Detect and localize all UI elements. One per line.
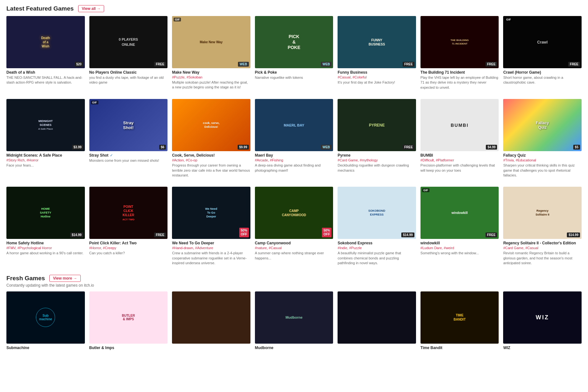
- game-card[interactable]: Mudborne Mudborne: [255, 291, 333, 351]
- game-card[interactable]: [338, 291, 416, 351]
- game-card[interactable]: BUMBI $4.99 BUMBI #Difficult, #Platforme…: [421, 99, 499, 178]
- game-thumbnail[interactable]: PYRENE FREE: [338, 99, 416, 151]
- game-card[interactable]: PYRENE FREE Pyrene #Card Game, #mytholog…: [338, 99, 416, 178]
- game-thumbnail[interactable]: CAMPCANYONWOOD 50%OFF: [255, 187, 333, 239]
- game-card[interactable]: 0 PLAYERSONLINE FREE No Players Online C…: [89, 16, 168, 90]
- game-card[interactable]: MAERL BAY WEB Maerl Bay #Arcade, #Fishin…: [255, 99, 333, 178]
- game-thumbnail[interactable]: FallacyQuiz $5: [503, 99, 582, 151]
- game-thumbnail[interactable]: Mudborne: [255, 291, 333, 344]
- game-thumbnail[interactable]: PICK&POKE WEB: [255, 16, 333, 68]
- game-desc: Precision-platformer with challenging le…: [421, 163, 499, 173]
- game-desc: Narrative roguelike with tokens: [255, 75, 333, 80]
- game-thumbnail[interactable]: HOMESAFETYHotline $14.99: [6, 187, 85, 239]
- game-card[interactable]: [172, 291, 250, 351]
- game-card[interactable]: Submachine Submachine: [6, 291, 85, 351]
- game-card[interactable]: WIZ WIZ: [503, 291, 582, 351]
- game-desc: THE NEO-SANCTUM SHALL FALL. A hack-and-s…: [6, 75, 85, 85]
- game-card[interactable]: windowkill GIF FREE windowkill #Ludum Da…: [421, 187, 499, 265]
- fresh-header: Fresh Games View more →: [6, 275, 582, 282]
- price-badge: $14.99: [567, 233, 580, 237]
- price-badge: $20: [75, 62, 83, 67]
- game-thumbnail[interactable]: BUTLER& IMPS: [89, 291, 168, 344]
- game-desc: Something's wrong with the window...: [421, 251, 499, 256]
- game-card[interactable]: We NeedTo GoDeeper 50%OFF We Need To Go …: [172, 187, 250, 265]
- game-name: Maerl Bay: [255, 153, 333, 158]
- game-card[interactable]: HOMESAFETYHotline $14.99 Home Safety Hot…: [6, 187, 85, 265]
- game-thumbnail[interactable]: [172, 291, 250, 344]
- game-tags: #Trivia, #Educational: [503, 158, 582, 162]
- game-thumbnail[interactable]: windowkill GIF FREE: [421, 187, 499, 239]
- game-card[interactable]: Make New Way GIF WEB Make New Way #Puzzl…: [172, 16, 250, 90]
- game-tags: #FMV, #Psychological Horror: [6, 246, 85, 250]
- game-card[interactable]: CAMPCANYONWOOD 50%OFF Camp Canyonwood #n…: [255, 187, 333, 265]
- game-tags: #nature, #Casual: [255, 246, 333, 250]
- game-thumbnail[interactable]: [338, 291, 416, 344]
- game-thumbnail[interactable]: Submachine: [6, 291, 85, 344]
- game-desc: Progress through your career from owning…: [172, 163, 250, 178]
- game-thumbnail[interactable]: TIMEBANDIT: [421, 291, 499, 344]
- game-tags: #Horror, #Creepy: [89, 246, 168, 250]
- gif-badge: GIF: [422, 188, 429, 192]
- game-tags: #Card Game, #mythology: [338, 158, 416, 162]
- game-tags: #Card Game, #Casual: [503, 246, 582, 250]
- game-desc: you find a dusty vhs tape, with footage …: [89, 75, 168, 85]
- game-thumbnail[interactable]: WIZ: [503, 291, 582, 344]
- featured-row-3: HOMESAFETYHotline $14.99 Home Safety Hot…: [6, 187, 582, 265]
- game-thumbnail[interactable]: MIDNIGHTSCENESA Safe Place $3.99: [6, 99, 85, 151]
- game-name: Fallacy Quiz: [503, 153, 582, 158]
- game-thumbnail[interactable]: BUMBI $4.99: [421, 99, 499, 151]
- price-badge: WEB: [321, 145, 331, 150]
- game-tags: #Hand-drawn, #Adventure: [172, 246, 250, 250]
- game-card[interactable]: SOKOBONDEXPRESS $14.99 Sokobond Express …: [338, 187, 416, 265]
- game-thumbnail[interactable]: SOKOBONDEXPRESS $14.99: [338, 187, 416, 239]
- game-thumbnail[interactable]: Crawl GIF FREE: [503, 16, 582, 68]
- game-tags: #Action, #Co-op: [172, 158, 250, 162]
- view-more-button[interactable]: View more →: [49, 275, 80, 282]
- game-thumbnail[interactable]: Deathof aWish $20: [6, 16, 85, 68]
- game-card[interactable]: cook, serve,Delicious! $9.99 Cook, Serve…: [172, 99, 250, 178]
- game-card[interactable]: StrayShot! GIF $6 Stray Shot✓ Monsters c…: [89, 99, 168, 178]
- fresh-title: Fresh Games: [6, 275, 45, 282]
- game-name: Submachine: [6, 346, 85, 350]
- game-name: Crawl (Horror Game): [503, 70, 582, 75]
- game-tags: #Ludum Dare, #weird: [421, 246, 499, 250]
- game-card[interactable]: BUTLER& IMPS Butler & Imps: [89, 291, 168, 351]
- game-tags: #Indie, #Puzzle: [338, 246, 416, 250]
- game-thumbnail[interactable]: FUNNYBUSINESS FREE: [338, 16, 416, 68]
- game-thumbnail[interactable]: POINTCLICKKILLERACT TWO FREE: [89, 187, 168, 239]
- sale-badge: 50%OFF: [239, 228, 249, 237]
- featured-header: Latest Featured Games View all →: [6, 5, 582, 12]
- game-thumbnail[interactable]: StrayShot! GIF $6: [89, 99, 168, 151]
- game-card[interactable]: MIDNIGHTSCENESA Safe Place $3.99 Midnigh…: [6, 99, 85, 178]
- game-thumbnail[interactable]: RegencySolitaire II $14.99: [503, 187, 582, 239]
- game-thumbnail[interactable]: THE BUILDING71 INCIDENT FREE: [421, 16, 499, 68]
- game-card[interactable]: POINTCLICKKILLERACT TWO FREE Point Click…: [89, 187, 168, 265]
- game-thumbnail[interactable]: 0 PLAYERSONLINE FREE: [89, 16, 168, 68]
- game-name: The Building 71 Incident: [421, 70, 499, 75]
- view-all-button[interactable]: View all →: [78, 5, 104, 12]
- price-badge: FREE: [403, 62, 414, 67]
- fresh-subtitle: Constantly updating with the latest game…: [6, 283, 582, 288]
- featured-row-1: Deathof aWish $20 Death of a Wish THE NE…: [6, 16, 582, 90]
- price-badge: FREE: [403, 145, 414, 150]
- fresh-row: Submachine Submachine BUTLER& IMPS Butle…: [6, 291, 582, 351]
- game-card[interactable]: Deathof aWish $20 Death of a Wish THE NE…: [6, 16, 85, 90]
- game-card[interactable]: FallacyQuiz $5 Fallacy Quiz #Trivia, #Ed…: [503, 99, 582, 178]
- game-card[interactable]: TIMEBANDIT Time Bandit: [421, 291, 499, 351]
- game-thumbnail[interactable]: We NeedTo GoDeeper 50%OFF: [172, 187, 250, 239]
- game-card[interactable]: Crawl GIF FREE Crawl (Horror Game) Short…: [503, 16, 582, 90]
- price-badge: $3.99: [72, 145, 83, 150]
- game-thumbnail[interactable]: cook, serve,Delicious! $9.99: [172, 99, 250, 151]
- game-card[interactable]: FUNNYBUSINESS FREE Funny Business #Casua…: [338, 16, 416, 90]
- game-desc: Monsters come from your own missed shots…: [89, 158, 168, 163]
- game-card[interactable]: THE BUILDING71 INCIDENT FREE The Buildin…: [421, 16, 499, 90]
- game-card[interactable]: RegencySolitaire II $14.99 Regency Solit…: [503, 187, 582, 265]
- featured-row-2: MIDNIGHTSCENESA Safe Place $3.99 Midnigh…: [6, 99, 582, 178]
- game-name: Home Safety Hotline: [6, 241, 85, 245]
- game-thumbnail[interactable]: Make New Way GIF WEB: [172, 16, 250, 68]
- game-name: Butler & Imps: [89, 346, 168, 350]
- game-card[interactable]: PICK&POKE WEB Pick & Poke Narrative rogu…: [255, 16, 333, 90]
- game-name: Make New Way: [172, 70, 250, 75]
- game-name: WIZ: [503, 346, 582, 350]
- game-thumbnail[interactable]: MAERL BAY WEB: [255, 99, 333, 151]
